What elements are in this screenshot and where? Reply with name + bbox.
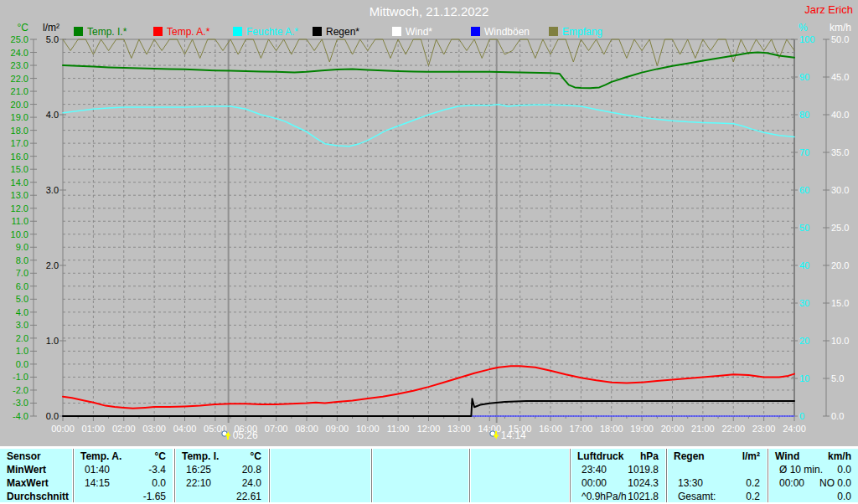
axis-label-celsius: 18.0 (11, 126, 28, 136)
row-label-text: MinWert (7, 463, 46, 476)
axis-label-kmh: 20.0 (831, 260, 849, 270)
x-axis-label: 17:00 (570, 424, 593, 434)
cell-value: 1019.8 (628, 463, 659, 476)
axis-label-kmh: 15.0 (831, 298, 849, 308)
axis-label-rain: 5.0 (46, 34, 59, 44)
x-axis-label: 02:00 (112, 424, 136, 434)
axis-label-celsius: 23.0 (11, 60, 28, 70)
cell-time: Temp. A. (80, 450, 121, 463)
cell-value: hPa (640, 450, 659, 463)
axis-label-celsius: 5.0 (16, 294, 28, 304)
table-header-row: Temp. I.°C (176, 450, 268, 463)
axis-label-celsius: 11.0 (11, 216, 28, 226)
sunset-marker: 14:14 (488, 429, 526, 441)
row-label-text: MaxWert (7, 476, 49, 490)
stats-table: SensorMinWertMaxWertDurchschnittTemp. A.… (0, 446, 858, 504)
cell-time: 13:30 (678, 476, 703, 490)
x-axis-label: 19:00 (630, 424, 654, 434)
x-axis-label: 21:00 (691, 424, 715, 434)
axis-label-celsius: 1.0 (16, 346, 28, 356)
x-axis-label: 09:00 (326, 424, 349, 434)
table-row-label: MaxWert (0, 476, 72, 490)
axis-label-celsius: 12.0 (11, 203, 28, 213)
cell-time: 16:25 (186, 463, 211, 476)
axis-label-celsius: 10.0 (11, 229, 28, 239)
sunset-icon (488, 429, 500, 441)
axis-label-kmh: 45.0 (831, 72, 849, 82)
axis-label-percent: 40 (799, 260, 809, 270)
axis-label-celsius: -2.0 (13, 385, 28, 395)
weather-station-app: Mittwoch, 21.12.2022 Jarz Erich °C l/m² … (0, 0, 858, 504)
x-axis-label: 23:00 (752, 424, 776, 434)
cell-time: 01:40 (85, 463, 110, 476)
cell-value: -1.65 (143, 490, 166, 503)
table-header-row: Windkm/h (769, 450, 858, 463)
axis-label-celsius: 25.0 (11, 34, 28, 44)
row-label-text: Sensor (7, 450, 41, 463)
table-row-label-column: SensorMinWertMaxWertDurchschnitt (0, 449, 72, 502)
sun-time-label: 14:14 (501, 429, 526, 441)
table-data-row (271, 463, 370, 476)
table-data-row (373, 490, 468, 503)
table-column-empty-3 (373, 449, 468, 502)
axis-label-celsius: 9.0 (16, 242, 28, 252)
table-row-label: Sensor (0, 450, 72, 463)
cell-value: 22.61 (236, 490, 261, 503)
table-data-row: 23:401019.8 (571, 463, 665, 476)
table-separator (469, 449, 470, 502)
table-data-row: Ø 10 min.0.0 (769, 463, 858, 476)
x-axis-label: 18:00 (600, 424, 623, 434)
table-data-row: 01:40-3.4 (75, 463, 173, 476)
cell-time: Temp. I. (182, 450, 219, 463)
table-column-temp-i-: Temp. I.°C16:2520.822:1024.022.61 (176, 449, 268, 502)
axis-label-percent: 70 (799, 147, 809, 157)
axis-label-percent: 50 (799, 223, 809, 233)
cell-value: 1021.8 (628, 490, 659, 503)
axis-label-celsius: 6.0 (16, 281, 28, 291)
axis-label-kmh: 40.0 (831, 110, 849, 120)
axis-label-kmh: 30.0 (831, 185, 849, 195)
table-data-row: 0.0 (769, 490, 858, 503)
axis-label-celsius: 16.0 (11, 152, 28, 162)
axis-label-rain: 3.0 (46, 185, 59, 195)
sunrise-icon (220, 429, 232, 441)
x-axis-label: 16:00 (539, 424, 562, 434)
cell-value: 0.0 (152, 476, 166, 490)
x-axis-label: 00:00 (51, 424, 75, 434)
row-label-text: Durchschnitt (7, 490, 69, 503)
x-axis-label: 24:00 (783, 424, 806, 434)
axis-label-celsius: -3.0 (13, 398, 28, 408)
cell-value: NO 0.0 (819, 476, 851, 490)
table-header-row (373, 450, 468, 463)
table-header-row (271, 450, 370, 463)
axis-label-percent: 20 (799, 336, 809, 346)
cell-value: l/m² (742, 450, 760, 463)
axis-label-kmh: 50.0 (831, 34, 849, 44)
axis-label-kmh: 25.0 (831, 223, 849, 233)
cell-time: ^0.9hPa/h (581, 490, 627, 503)
table-separator (371, 449, 372, 502)
axis-label-percent: 90 (799, 72, 809, 82)
table-data-row (471, 476, 569, 490)
table-data-row: 14:150.0 (75, 476, 173, 490)
axis-label-kmh: 10.0 (831, 336, 849, 346)
axis-label-kmh: 5.0 (831, 373, 844, 383)
table-data-row (668, 463, 767, 476)
axis-label-rain: 0.0 (46, 411, 59, 421)
axis-label-percent: 0 (799, 411, 804, 421)
table-data-row: 22:1024.0 (176, 476, 268, 490)
table-column-empty-4 (471, 449, 569, 502)
axis-label-celsius: 13.0 (11, 190, 28, 200)
table-column-luftdruck: LuftdruckhPa23:401019.800:001024.3^0.9hP… (571, 449, 665, 502)
cell-value: °C (251, 450, 261, 463)
axis-label-celsius: 14.0 (11, 177, 28, 188)
table-row-label: Durchschnitt (0, 490, 72, 503)
table-separator (768, 449, 768, 502)
x-axis-label: 13:00 (447, 424, 471, 434)
axis-label-celsius: 4.0 (16, 307, 28, 317)
weather-chart: 25.024.023.022.021.020.019.018.017.016.0… (0, 0, 858, 446)
axis-label-celsius: 24.0 (11, 48, 28, 58)
x-axis-label: 03:00 (142, 424, 166, 434)
axis-label-celsius: 8.0 (16, 255, 28, 265)
cell-time: 00:00 (581, 476, 607, 490)
